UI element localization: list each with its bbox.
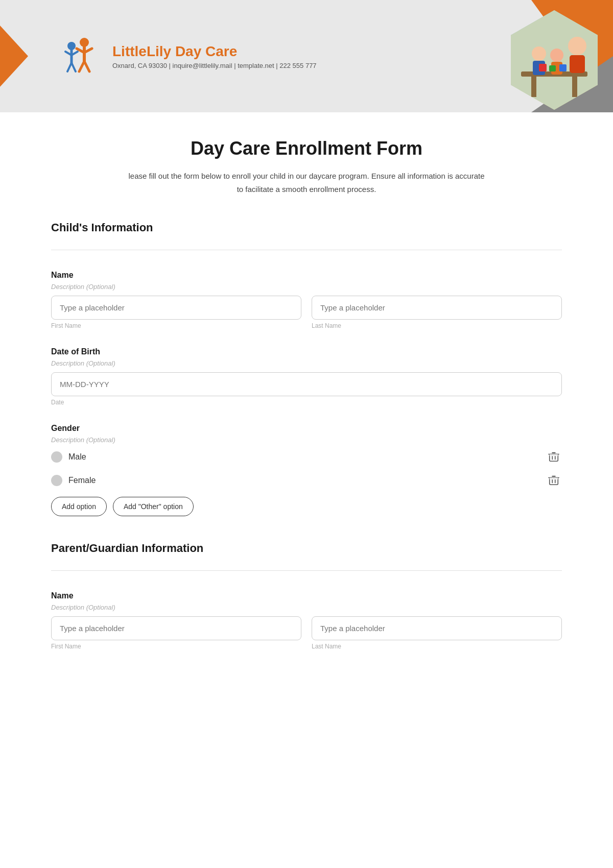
main-content: Day Care Enrollment Form lease fill out …: [0, 112, 613, 868]
child-name-label: Name: [51, 271, 562, 280]
company-info: Oxnard, CA 93030 | inquire@littlelily.ma…: [112, 62, 317, 69]
field-child-name: Name Description (Optional) First Name L…: [51, 271, 562, 329]
radio-male-label: Male: [68, 452, 86, 462]
section-divider-2: [51, 570, 562, 571]
field-child-gender: Gender Description (Optional) Male: [51, 424, 562, 516]
child-dob-sublabel: Date: [51, 399, 562, 406]
radio-option-female: Female: [51, 472, 562, 489]
parent-firstname-label: First Name: [51, 643, 301, 650]
svg-line-5: [84, 61, 89, 71]
child-name-description: Description (Optional): [51, 283, 562, 291]
radio-female-label: Female: [68, 476, 96, 485]
hexagon-image: [511, 10, 598, 110]
company-name: LittleLily Day Care: [112, 43, 317, 60]
radio-option-male: Male: [51, 449, 562, 465]
field-child-dob: Date of Birth Description (Optional) Dat…: [51, 347, 562, 406]
parent-lastname-input[interactable]: [312, 616, 562, 640]
radio-female-left: Female: [51, 475, 96, 486]
radio-male-left: Male: [51, 451, 86, 463]
child-gender-description: Description (Optional): [51, 436, 562, 444]
svg-rect-23: [549, 65, 556, 71]
svg-line-10: [67, 63, 72, 71]
svg-rect-15: [572, 77, 577, 97]
radio-male-circle[interactable]: [51, 451, 62, 463]
parent-lastname-label: Last Name: [312, 643, 562, 650]
parent-name-row: First Name Last Name: [51, 616, 562, 650]
svg-line-11: [72, 63, 76, 71]
page-header: LittleLily Day Care Oxnard, CA 93030 | i…: [0, 0, 613, 112]
company-logo-icon: [56, 33, 102, 79]
child-dob-label: Date of Birth: [51, 347, 562, 356]
child-name-row: First Name Last Name: [51, 296, 562, 329]
parent-firstname-input[interactable]: [51, 616, 301, 640]
child-dob-description: Description (Optional): [51, 359, 562, 367]
svg-point-20: [550, 49, 563, 62]
company-name-block: LittleLily Day Care Oxnard, CA 93030 | i…: [112, 43, 317, 69]
left-arrow-decoration: [0, 26, 28, 87]
section-divider: [51, 250, 562, 250]
child-dob-input[interactable]: [51, 372, 562, 396]
child-lastname-label: Last Name: [312, 322, 562, 329]
svg-rect-28: [550, 478, 558, 480]
svg-rect-22: [539, 64, 547, 71]
add-option-row: Add option Add "Other" option: [51, 497, 562, 516]
svg-line-4: [79, 61, 84, 71]
logo-area: LittleLily Day Care Oxnard, CA 93030 | i…: [56, 33, 317, 79]
parent-name-description: Description (Optional): [51, 604, 562, 611]
delete-male-button[interactable]: [546, 449, 562, 465]
add-other-option-button[interactable]: Add "Other" option: [113, 497, 194, 516]
child-lastname-wrap: Last Name: [312, 296, 562, 329]
header-right-decoration: [429, 0, 613, 112]
add-option-button[interactable]: Add option: [51, 497, 107, 516]
radio-female-circle[interactable]: [51, 475, 62, 486]
child-gender-label: Gender: [51, 424, 562, 433]
child-firstname-wrap: First Name: [51, 296, 301, 329]
section-child-info: Child's Information Name Description (Op…: [51, 221, 562, 516]
delete-female-button[interactable]: [546, 472, 562, 489]
svg-point-16: [568, 37, 586, 55]
svg-rect-24: [559, 64, 567, 71]
section-parent-title: Parent/Guardian Information: [51, 542, 562, 555]
section-child-title: Child's Information: [51, 221, 562, 234]
form-title: Day Care Enrollment Form: [51, 138, 562, 159]
svg-rect-17: [570, 55, 585, 73]
section-parent-info: Parent/Guardian Information Name Descrip…: [51, 542, 562, 650]
parent-firstname-wrap: First Name: [51, 616, 301, 650]
svg-rect-26: [550, 454, 558, 456]
child-lastname-input[interactable]: [312, 296, 562, 320]
svg-rect-14: [531, 77, 536, 97]
parent-name-label: Name: [51, 591, 562, 600]
hexagon-photo: [511, 10, 598, 110]
parent-lastname-wrap: Last Name: [312, 616, 562, 650]
svg-point-18: [532, 46, 546, 61]
field-parent-name: Name Description (Optional) First Name L…: [51, 591, 562, 650]
child-firstname-input[interactable]: [51, 296, 301, 320]
form-description: lease fill out the form below to enroll …: [128, 170, 485, 196]
child-firstname-label: First Name: [51, 322, 301, 329]
